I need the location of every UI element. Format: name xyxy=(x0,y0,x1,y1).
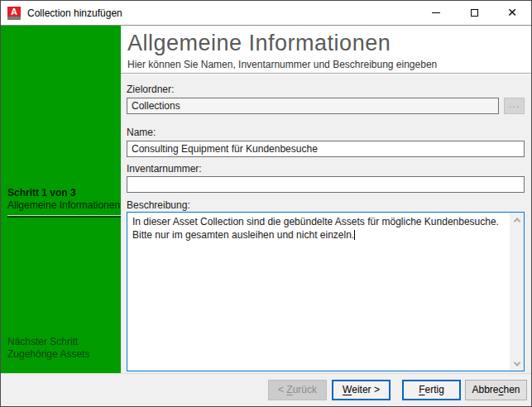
current-step-block: Schritt 1 von 3 Allgemeine Informationen xyxy=(7,187,121,218)
target-folder-label: Zielordner: xyxy=(127,84,174,95)
minimize-icon xyxy=(432,12,440,13)
finish-button[interactable]: Fertig xyxy=(402,380,461,400)
window-title: Collection hinzufügen xyxy=(27,7,417,19)
next-button[interactable]: Weiter > xyxy=(332,380,391,400)
page-header: Allgemeine Informationen Hier können Sie… xyxy=(121,26,531,74)
maximize-icon xyxy=(471,9,478,17)
app-icon-base xyxy=(7,17,21,20)
titlebar: A Collection hinzufügen × xyxy=(1,1,531,26)
scroll-up-button[interactable] xyxy=(510,213,524,227)
form-area: Zielordner: Collections ... Name: Invent… xyxy=(121,74,531,373)
close-icon: × xyxy=(507,8,516,17)
browse-folder-button[interactable]: ... xyxy=(504,98,525,114)
app-icon-letter: A xyxy=(7,7,21,17)
step-indicator: Schritt 1 von 3 xyxy=(7,187,121,199)
name-input[interactable] xyxy=(127,141,525,157)
current-step-title: Allgemeine Informationen xyxy=(7,199,121,212)
inventory-number-input[interactable] xyxy=(127,176,525,193)
textarea-scrollbar[interactable] xyxy=(510,213,524,371)
cancel-button[interactable]: Abbrechen xyxy=(465,380,527,400)
description-value: In dieser Asset Collection sind die gebü… xyxy=(132,216,499,241)
sidebar-divider xyxy=(7,215,121,218)
add-collection-wizard-window: A Collection hinzufügen × Schritt 1 von … xyxy=(0,0,532,407)
button-bar: < Zurück Weiter > Fertig Abbrechen xyxy=(1,373,531,406)
target-folder-field: Collections xyxy=(127,98,499,114)
chevron-down-icon xyxy=(513,359,520,366)
page-subtitle: Hier können Sie Namen, Inventarnummer un… xyxy=(127,59,531,70)
name-label: Name: xyxy=(127,127,156,138)
text-caret xyxy=(354,230,355,240)
close-button[interactable]: × xyxy=(493,1,531,25)
chevron-up-icon xyxy=(513,218,520,224)
next-step-block: Nächster Schritt Zugehörige Assets xyxy=(7,336,117,361)
scroll-down-button[interactable] xyxy=(510,357,524,371)
inventory-number-label: Inventarnummer: xyxy=(127,163,202,175)
next-step-label: Nächster Schritt xyxy=(7,336,117,348)
next-step-title: Zugehörige Assets xyxy=(7,348,117,361)
description-label: Beschreibung: xyxy=(127,199,190,211)
minimize-button[interactable] xyxy=(417,1,455,25)
maximize-button[interactable] xyxy=(455,1,493,25)
wizard-sidebar: Schritt 1 von 3 Allgemeine Informationen… xyxy=(1,26,121,373)
page-title: Allgemeine Informationen xyxy=(127,31,531,55)
description-text: In dieser Asset Collection sind die gebü… xyxy=(127,213,510,371)
description-textarea[interactable]: In dieser Asset Collection sind die gebü… xyxy=(127,212,525,371)
app-icon: A xyxy=(7,7,21,20)
back-button[interactable]: < Zurück xyxy=(268,380,327,400)
